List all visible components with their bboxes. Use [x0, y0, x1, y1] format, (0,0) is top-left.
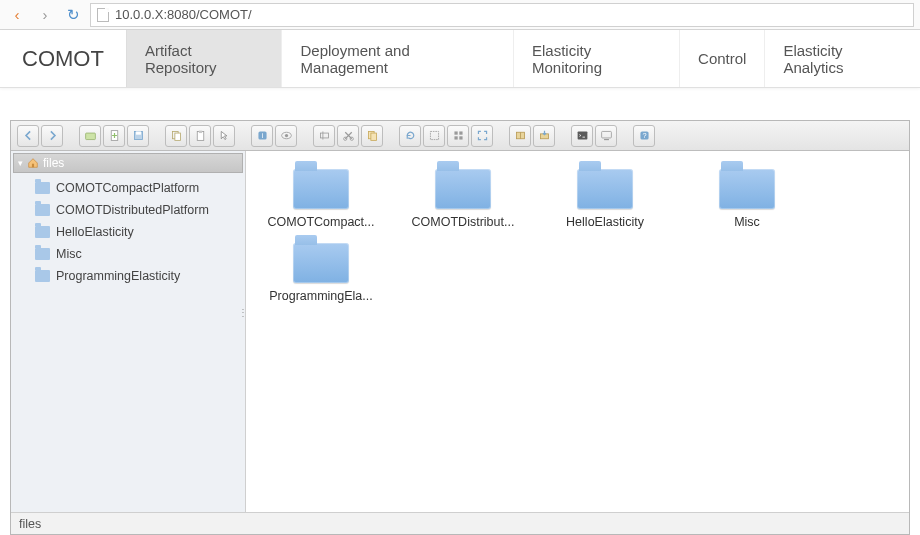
rename-button[interactable]: [313, 125, 335, 147]
tab-deployment-management[interactable]: Deployment and Management: [281, 30, 512, 87]
tree-root[interactable]: ▾ files: [13, 153, 243, 173]
copy-button[interactable]: [165, 125, 187, 147]
fullscreen-button[interactable]: [471, 125, 493, 147]
refresh-button[interactable]: [399, 125, 421, 147]
terminal-button[interactable]: [571, 125, 593, 147]
url-bar[interactable]: 10.0.0.X:8080/COMOT/: [90, 3, 914, 27]
nav-tabs: Artifact Repository Deployment and Manag…: [126, 30, 920, 87]
svg-rect-17: [370, 133, 376, 140]
tab-control[interactable]: Control: [679, 30, 764, 87]
home-icon: [27, 158, 39, 168]
chevron-down-icon: ▾: [18, 158, 23, 168]
folder-label: ProgrammingEla...: [269, 289, 373, 303]
folder-label: HelloElasticity: [566, 215, 644, 229]
new-folder-button[interactable]: [79, 125, 101, 147]
extract-button[interactable]: [533, 125, 555, 147]
content-pane[interactable]: COMOTCompact... COMOTDistribut... HelloE…: [246, 151, 909, 512]
tab-elasticity-analytics[interactable]: Elasticity Analytics: [764, 30, 920, 87]
tree-item[interactable]: HelloElasticity: [11, 221, 245, 243]
forward-button[interactable]: ›: [34, 4, 56, 26]
paste-button[interactable]: [189, 125, 211, 147]
svg-rect-26: [577, 131, 587, 139]
folder-item[interactable]: HelloElasticity: [540, 165, 670, 229]
folder-icon: [577, 169, 633, 209]
nav-forward-button[interactable]: [41, 125, 63, 147]
toolbar: i ?: [11, 121, 909, 151]
status-text: files: [19, 517, 41, 531]
back-button[interactable]: ‹: [6, 4, 28, 26]
tree-item[interactable]: Misc: [11, 243, 245, 265]
folder-item[interactable]: COMOTDistribut...: [398, 165, 528, 229]
folder-label: COMOTDistribut...: [412, 215, 515, 229]
save-button[interactable]: [127, 125, 149, 147]
folder-icon: [435, 169, 491, 209]
tab-artifact-repository[interactable]: Artifact Repository: [126, 30, 282, 87]
compress-button[interactable]: [509, 125, 531, 147]
grid-view-button[interactable]: [447, 125, 469, 147]
browser-bar: ‹ › ↻ 10.0.0.X:8080/COMOT/: [0, 0, 920, 30]
tree-item[interactable]: COMOTCompactPlatform: [11, 177, 245, 199]
info-button[interactable]: i: [251, 125, 273, 147]
resize-handle[interactable]: ⋮: [238, 311, 241, 325]
svg-rect-27: [601, 131, 611, 138]
svg-rect-19: [454, 131, 457, 134]
svg-rect-3: [136, 131, 141, 134]
help-button[interactable]: ?: [633, 125, 655, 147]
folder-label: Misc: [734, 215, 760, 229]
sidebar: ▾ files COMOTCompactPlatform COMOTDistri…: [11, 151, 246, 512]
select-all-button[interactable]: [423, 125, 445, 147]
folder-icon: [35, 226, 50, 238]
svg-rect-18: [430, 131, 438, 139]
cut-button[interactable]: [337, 125, 359, 147]
folder-item[interactable]: COMOTCompact...: [256, 165, 386, 229]
tree-root-label: files: [43, 156, 64, 170]
tree-item[interactable]: COMOTDistributedPlatform: [11, 199, 245, 221]
folder-label: COMOTCompact...: [268, 215, 375, 229]
folder-icon: [719, 169, 775, 209]
duplicate-button[interactable]: [361, 125, 383, 147]
folder-item[interactable]: ProgrammingEla...: [256, 239, 386, 303]
svg-point-11: [284, 134, 287, 137]
folder-icon: [293, 169, 349, 209]
folder-icon: [35, 182, 50, 194]
tree-item[interactable]: ProgrammingElasticity: [11, 265, 245, 287]
url-text: 10.0.0.X:8080/COMOT/: [115, 7, 252, 22]
status-bar: files: [11, 512, 909, 534]
svg-rect-5: [174, 133, 180, 140]
folder-icon: [293, 243, 349, 283]
svg-rect-12: [320, 133, 328, 138]
desktop-button[interactable]: [595, 125, 617, 147]
folder-icon: [35, 270, 50, 282]
svg-rect-21: [454, 136, 457, 139]
brand: COMOT: [0, 30, 126, 87]
tab-elasticity-monitoring[interactable]: Elasticity Monitoring: [513, 30, 679, 87]
page-icon: [97, 8, 109, 22]
file-manager: i ?: [10, 120, 910, 535]
folder-item[interactable]: Misc: [682, 165, 812, 229]
tree-list: COMOTCompactPlatform COMOTDistributedPla…: [11, 175, 245, 289]
nav-back-button[interactable]: [17, 125, 39, 147]
folder-icon: [35, 204, 50, 216]
preview-button[interactable]: [275, 125, 297, 147]
svg-rect-7: [198, 131, 201, 133]
svg-rect-0: [85, 133, 95, 140]
svg-rect-20: [459, 131, 462, 134]
header-nav: COMOT Artifact Repository Deployment and…: [0, 30, 920, 88]
new-file-button[interactable]: [103, 125, 125, 147]
pointer-button[interactable]: [213, 125, 235, 147]
folder-icon: [35, 248, 50, 260]
svg-text:?: ?: [642, 131, 646, 140]
svg-rect-31: [32, 164, 34, 168]
reload-button[interactable]: ↻: [62, 4, 84, 26]
svg-rect-22: [459, 136, 462, 139]
